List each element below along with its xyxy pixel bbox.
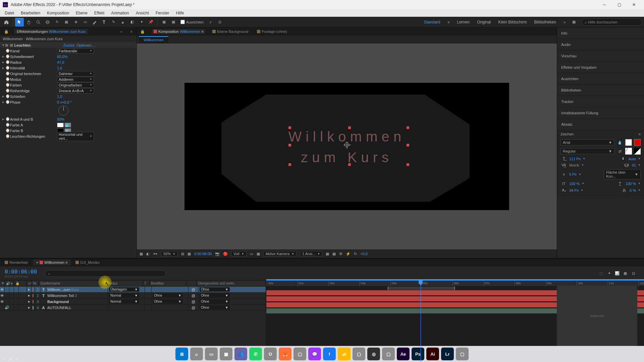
vc-icon3[interactable]: ⚙: [339, 252, 342, 256]
visibility-toggle[interactable]: 👁: [0, 299, 5, 304]
text-tool[interactable]: T: [100, 18, 108, 26]
audio-toggle[interactable]: [5, 287, 9, 292]
parent-select[interactable]: Ohne▼: [200, 287, 230, 292]
dropdown[interactable]: Farbkanäle▼: [57, 48, 94, 54]
prop-row[interactable]: ▸⌚Radius47,0: [0, 59, 137, 65]
resolution-select[interactable]: Voll▼: [231, 251, 247, 256]
timeline-search[interactable]: ⌕: [45, 270, 166, 277]
grid-icon[interactable]: ▦: [187, 252, 191, 256]
font-size[interactable]: 111 Px: [569, 157, 581, 161]
taskbar-firefox[interactable]: 🦊: [279, 348, 291, 360]
fill-over-stroke[interactable]: Fläche über Kon...▼: [604, 169, 641, 179]
dropdown[interactable]: Originalfarben▼: [57, 82, 94, 88]
prop-row[interactable]: ⌚FarbenOriginalfarben▼: [0, 82, 137, 88]
selection-handle[interactable]: [407, 144, 409, 146]
taskbar-teams[interactable]: 👥: [234, 348, 247, 360]
minimize-button[interactable]: ─: [597, 0, 612, 9]
dropdown[interactable]: Dreieck A>B>A▼: [57, 88, 94, 94]
panel-tracker[interactable]: Tracker: [557, 96, 644, 107]
taskbar-files[interactable]: ▦: [220, 348, 232, 360]
snapshot-icon[interactable]: 📷: [215, 252, 220, 256]
menu-datei[interactable]: Datei: [1, 10, 17, 16]
prop-row[interactable]: ⌚Original berechnenDahinter▼: [0, 71, 137, 76]
pan-behind-tool[interactable]: ⊕: [71, 18, 80, 26]
puppet-tool[interactable]: 📌: [147, 18, 155, 26]
taskbar-task[interactable]: ▭: [205, 348, 218, 360]
zoom-tool[interactable]: [34, 18, 43, 26]
dropdown[interactable]: Dahinter▼: [57, 71, 94, 76]
zoom-select[interactable]: 50%▼: [161, 251, 178, 256]
audio-toggle[interactable]: 🔊: [5, 305, 9, 310]
parent-select[interactable]: Ohne▼: [200, 305, 230, 310]
work-area[interactable]: [388, 287, 455, 290]
pen-tool[interactable]: [90, 18, 99, 26]
menu-fenster[interactable]: Fenster: [152, 10, 173, 16]
leading[interactable]: Auto: [628, 157, 636, 161]
pickwhip-icon[interactable]: @: [189, 299, 199, 304]
taskbar-app1[interactable]: ▢: [293, 348, 306, 360]
parent-select[interactable]: Ohne▼: [200, 293, 230, 298]
workspace-lernen[interactable]: Lernen: [454, 19, 473, 25]
mode-select[interactable]: Normal▼: [109, 293, 139, 298]
menu-bearbeiten[interactable]: Bearbeiten: [17, 10, 44, 16]
timeline-tab[interactable]: × Willkommen ≡: [33, 259, 71, 265]
viewer[interactable]: Willkommenzum Kurs: [137, 44, 557, 249]
menu-ansicht[interactable]: Ansicht: [132, 10, 152, 16]
taskbar-search[interactable]: ⌕: [190, 348, 203, 360]
selection-handle[interactable]: [407, 163, 409, 166]
selection-handle[interactable]: [288, 163, 291, 166]
value[interactable]: 60,0%: [57, 55, 67, 59]
prop-row[interactable]: ▸⌚Schleifen1,0: [0, 94, 137, 99]
rotate-tool[interactable]: ↻: [53, 18, 61, 26]
home-button[interactable]: [2, 18, 11, 26]
close-button[interactable]: ✕: [627, 0, 641, 9]
value[interactable]: 47,0: [57, 60, 64, 64]
comp-tab[interactable]: Ebene Background: [210, 29, 251, 34]
tl-icon4[interactable]: ▦: [621, 269, 629, 278]
channel-icon[interactable]: 🔴: [223, 252, 228, 256]
brush-tool[interactable]: ✎: [109, 18, 118, 26]
tab-overflow-icon[interactable]: »: [117, 29, 125, 34]
selection-tool[interactable]: [15, 18, 24, 26]
views-select[interactable]: 1 Ansi...▼: [300, 251, 322, 256]
font-style-select[interactable]: Regular▼: [560, 148, 614, 154]
layer-row[interactable]: 👁 ▸ 2 T Willkommen Teil 2 Normal▼ Ohne▼ …: [0, 293, 266, 299]
toolbar-btn-a[interactable]: ▦: [160, 18, 168, 26]
prop-row[interactable]: ⌚ReihenfolgeDreieck A>B>A▼: [0, 88, 137, 94]
kerning[interactable]: Metrik: [569, 163, 579, 167]
taskbar-app3[interactable]: ▢: [382, 348, 395, 360]
playhead[interactable]: [421, 281, 421, 362]
tl-graph-icon[interactable]: 📊: [613, 269, 621, 278]
panel-ausrichten[interactable]: Ausrichten: [557, 73, 644, 84]
vscale[interactable]: 100 %: [569, 182, 580, 186]
audio-toggle[interactable]: [5, 293, 9, 298]
selection-handle[interactable]: [288, 126, 291, 129]
snap-opt-icon[interactable]: ⫽: [206, 18, 215, 26]
workspace-original[interactable]: Original: [474, 19, 494, 25]
help-search[interactable]: ⌕ Hilfe durchsuchen: [582, 18, 642, 26]
tracking[interactable]: 91: [632, 163, 636, 167]
comp-tab[interactable]: Footage (ohne): [255, 29, 289, 34]
panel-menu-icon[interactable]: ≡: [639, 132, 641, 136]
value[interactable]: 1,0: [57, 95, 62, 99]
swap-icon[interactable]: ⇄: [616, 149, 623, 154]
audio-toggle[interactable]: [5, 299, 9, 304]
timeline-tab[interactable]: DJI_Mexiko: [72, 259, 103, 265]
prop-row[interactable]: ▸⌚Schwellenwert60,0%: [0, 54, 137, 59]
alpha-icon[interactable]: ▦: [140, 252, 143, 256]
phase-dial[interactable]: [58, 106, 68, 116]
snap-checkbox[interactable]: Ausrichten: [180, 20, 204, 24]
font-family-select[interactable]: Arial▼: [560, 139, 614, 145]
taskbar-app4[interactable]: ▢: [456, 348, 469, 360]
menu-ebene[interactable]: Ebene: [72, 10, 91, 16]
parent-select[interactable]: Ohne▼: [200, 299, 230, 304]
visibility-toggle[interactable]: 👁: [0, 293, 5, 298]
stroke-color[interactable]: [634, 139, 641, 146]
menu-hilfe[interactable]: Hilfe: [173, 10, 187, 16]
transparency-icon[interactable]: ▦: [257, 252, 260, 256]
eraser-tool[interactable]: ◧: [128, 18, 137, 26]
hand-tool[interactable]: [24, 18, 33, 26]
layer-row[interactable]: 👁 ▸ 3 Background Normal▼ Ohne▼ @ Ohne▼: [0, 299, 266, 305]
camera-select[interactable]: Aktive Kamera▼: [263, 251, 297, 256]
workspace-standard[interactable]: Standard: [421, 19, 444, 25]
